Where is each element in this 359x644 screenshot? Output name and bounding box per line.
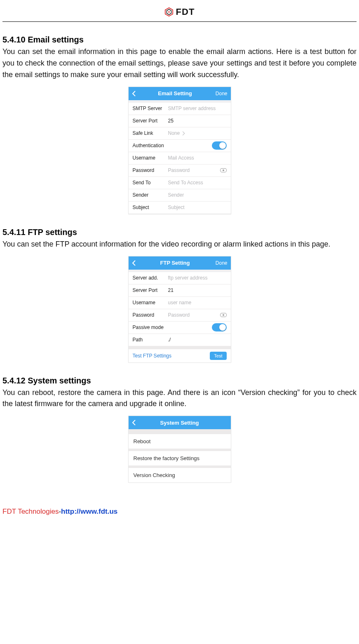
row-test: Test FTP Settings Test: [129, 349, 231, 362]
ftp-port-field[interactable]: 21: [168, 287, 227, 293]
ftp-server-field[interactable]: ftp server address: [168, 275, 227, 281]
row-sender[interactable]: Sender Sender: [129, 189, 231, 202]
row-sendto[interactable]: Send To Send To Access: [129, 177, 231, 189]
heading-system: 5.4.12 System settings: [2, 376, 357, 385]
system-settings-screenshot: System Setting Reboot Restore the factor…: [128, 416, 231, 483]
ftp-user-label: Username: [133, 300, 168, 306]
row-safelink[interactable]: Safe Link None: [129, 127, 231, 140]
row-subject[interactable]: Subject Subject: [129, 202, 231, 214]
svg-point-2: [168, 11, 170, 13]
row-ftp-user[interactable]: Username user name: [129, 297, 231, 309]
email-navbar: Email Setting Done: [129, 87, 231, 100]
passive-label: Passive mode: [133, 324, 212, 330]
done-button[interactable]: Done: [211, 91, 228, 96]
fdt-logo-icon: [164, 7, 174, 16]
subject-field[interactable]: Subject: [168, 204, 227, 210]
safelink-value[interactable]: None: [168, 130, 185, 136]
eye-icon[interactable]: [220, 313, 227, 317]
section-system: 5.4.12 System settings You can reboot, r…: [2, 376, 357, 483]
auth-toggle[interactable]: [212, 141, 227, 150]
section-email: 5.4.10 Email settings You can set the em…: [2, 35, 357, 214]
ftp-navbar: FTP Setting Done: [129, 256, 231, 270]
row-passive[interactable]: Passive mode: [129, 322, 231, 334]
passive-toggle[interactable]: [212, 323, 227, 331]
row-smtp[interactable]: SMTP Server SMTP server address: [129, 103, 231, 115]
email-settings-screenshot: Email Setting Done SMTP Server SMTP serv…: [128, 87, 231, 214]
port-field[interactable]: 25: [168, 118, 227, 124]
pass-label: Password: [133, 167, 168, 173]
ftp-pass-field[interactable]: Password: [168, 312, 220, 318]
sendto-field[interactable]: Send To Access: [168, 180, 227, 186]
system-navbar: System Setting: [129, 416, 231, 429]
ftp-pass-label: Password: [133, 312, 168, 318]
row-password[interactable]: Password Password: [129, 165, 231, 177]
row-ftp-pass[interactable]: Password Password: [129, 309, 231, 322]
ftp-server-label: Server add.: [133, 275, 168, 281]
brand-text: FDT: [176, 7, 195, 17]
heading-email: 5.4.10 Email settings: [2, 35, 357, 45]
email-nav-title: Email Setting: [139, 90, 211, 96]
row-path[interactable]: Path ./: [129, 334, 231, 346]
path-label: Path: [133, 337, 168, 343]
test-button[interactable]: Test: [210, 352, 226, 360]
page-footer: FDT Technologies-http://www.fdt.us: [2, 508, 357, 516]
sendto-label: Send To: [133, 180, 168, 186]
row-restore[interactable]: Restore the factory Settings: [129, 451, 231, 468]
eye-icon[interactable]: [220, 168, 227, 172]
smtp-label: SMTP Server: [133, 106, 168, 111]
section-ftp: 5.4.11 FTP settings You can set the FTP …: [2, 228, 357, 363]
back-icon[interactable]: [132, 91, 139, 96]
row-ftp-port[interactable]: Server Port 21: [129, 284, 231, 297]
row-reboot[interactable]: Reboot: [129, 434, 231, 451]
back-icon[interactable]: [132, 260, 139, 266]
ftp-port-label: Server Port: [133, 287, 168, 293]
sender-field[interactable]: Sender: [168, 192, 227, 198]
done-button[interactable]: Done: [211, 260, 228, 266]
ftp-settings-screenshot: FTP Setting Done Server add. ftp server …: [128, 256, 231, 363]
chevron-right-icon: [181, 130, 184, 136]
row-port[interactable]: Server Port 25: [129, 115, 231, 127]
ftp-nav-title: FTP Setting: [139, 260, 211, 266]
port-label: Server Port: [133, 118, 168, 124]
row-username[interactable]: Username Mail Access: [129, 152, 231, 165]
path-field[interactable]: ./: [168, 337, 227, 343]
safelink-label: Safe Link: [133, 130, 168, 136]
sender-label: Sender: [133, 192, 168, 198]
row-auth[interactable]: Authentication: [129, 140, 231, 152]
body-ftp: You can set the FTP account information …: [2, 239, 357, 250]
pass-field[interactable]: Password: [168, 167, 220, 173]
user-label: Username: [133, 155, 168, 161]
heading-ftp: 5.4.11 FTP settings: [2, 228, 357, 237]
footer-company: FDT Technologies: [2, 508, 59, 515]
system-nav-title: System Setting: [139, 420, 220, 426]
smtp-field[interactable]: SMTP server address: [168, 106, 227, 111]
user-field[interactable]: Mail Access: [168, 155, 227, 161]
test-ftp-label: Test FTP Settings: [133, 353, 171, 359]
subject-label: Subject: [133, 204, 168, 210]
page-header: FDT: [2, 4, 357, 22]
body-email: You can set the email information in thi…: [2, 46, 357, 81]
back-icon[interactable]: [132, 420, 139, 425]
auth-label: Authentication: [133, 143, 212, 148]
footer-url[interactable]: http://www.fdt.us: [61, 508, 117, 515]
ftp-user-field[interactable]: user name: [168, 300, 227, 306]
row-ftp-server[interactable]: Server add. ftp server address: [129, 272, 231, 284]
body-system: You can reboot, restore the camera in th…: [2, 387, 357, 410]
row-version[interactable]: Version Checking: [129, 468, 231, 482]
